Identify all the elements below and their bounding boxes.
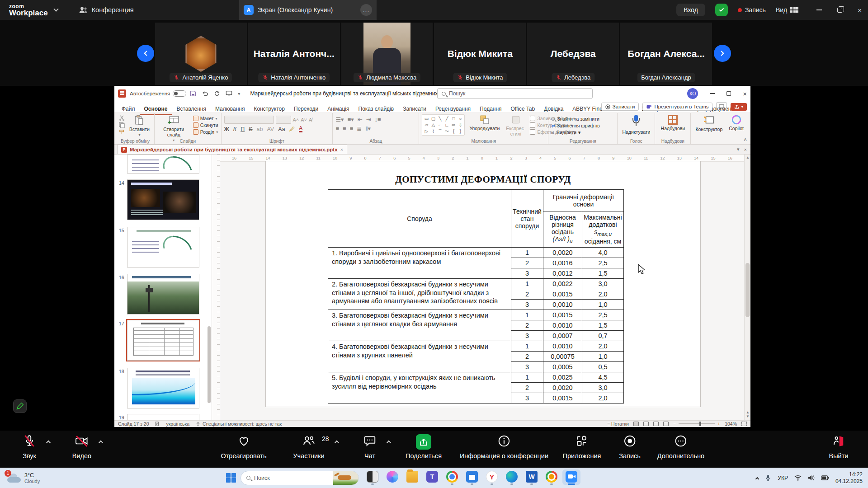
view-button[interactable]: Вид [776, 6, 798, 14]
toolbar-leave-button[interactable]: Выйти [829, 434, 849, 460]
ppt-maximize-button[interactable] [726, 91, 731, 96]
toolbar-record-button[interactable]: Запись [619, 434, 641, 460]
taskbar-app-zoom[interactable] [562, 469, 580, 485]
grow-font-button[interactable]: A˄ [293, 117, 299, 122]
taskbar-search[interactable]: Поиск [241, 471, 359, 485]
taskbar-app-notepad[interactable] [363, 471, 382, 485]
char-spacing-button[interactable]: AV [267, 126, 274, 132]
language-indicator[interactable]: українська [166, 421, 189, 427]
ppt-close-button[interactable]: × [743, 90, 747, 98]
indent-decrease-button[interactable]: ⇤ [358, 116, 363, 123]
reading-view-button[interactable] [653, 422, 659, 426]
hidden-icons-chevron[interactable] [755, 477, 759, 480]
chevron-up-icon[interactable] [387, 438, 391, 446]
chevron-up-icon[interactable] [47, 438, 50, 446]
chevron-up-icon[interactable] [99, 438, 103, 446]
font-name-select[interactable] [224, 116, 274, 124]
toolbar-chat-button[interactable]: Чат [363, 434, 377, 460]
find-replace-button[interactable]: Знайти та замінити [551, 116, 599, 122]
slideshow-icon[interactable] [226, 90, 232, 97]
slide-thumbnail-15[interactable]: 15 [114, 227, 205, 267]
participant-tile[interactable]: Людмила Макєєва [341, 23, 433, 85]
tabbar-close-icon[interactable]: × [744, 147, 747, 152]
taskbar-app-store[interactable] [463, 471, 481, 485]
tab-meeting[interactable]: Конференция [79, 6, 134, 14]
toolbar-mic-off-button[interactable]: Звук [23, 434, 36, 460]
tab-more-button[interactable]: ... [360, 4, 372, 16]
designer-button[interactable]: Конструктор [693, 114, 724, 132]
toolbar-heart-button[interactable]: Отреагировать [221, 434, 266, 460]
cut-icon[interactable] [119, 115, 125, 121]
strip-next-button[interactable] [714, 45, 731, 62]
shrink-font-button[interactable]: A˅ [301, 117, 307, 122]
slide-thumbnail-16[interactable]: 16 [114, 274, 205, 314]
dictate-button[interactable]: Надиктувати [620, 114, 652, 135]
notes-button[interactable]: ≡Нотатки [607, 421, 629, 427]
annotation-tool-button[interactable] [13, 399, 27, 413]
arrange-button[interactable]: Упорядкувати [467, 114, 501, 131]
recording-indicator[interactable]: Запись [738, 6, 766, 14]
toolbar-info-button[interactable]: Информация о конференции [460, 434, 548, 460]
taskbar-app-teams[interactable] [423, 471, 441, 485]
weather-widget[interactable]: 1 3°C Cloudy [7, 472, 40, 484]
zoom-slider[interactable]: −+ [673, 421, 720, 427]
taskbar-app-yandex[interactable] [483, 471, 501, 485]
redo-icon[interactable] [214, 90, 220, 97]
toolbar-more-button[interactable]: Дополнительно [657, 434, 704, 460]
addins-button[interactable]: Надбудови [659, 114, 687, 131]
case-button[interactable]: Аа [278, 126, 285, 132]
participant-tile[interactable]: ЛебедэваЛебедэва [527, 23, 619, 85]
slide-thumbnail-18[interactable]: 18 [114, 368, 205, 408]
strikethrough-button[interactable]: S [249, 126, 252, 132]
taskbar-app-chrome[interactable] [443, 471, 461, 485]
zoom-percentage[interactable]: 104% [725, 421, 737, 427]
shadow-button[interactable]: ab [257, 126, 263, 132]
start-button[interactable] [226, 473, 236, 483]
share-button[interactable]: ▾ [731, 103, 747, 111]
participant-tile[interactable]: Богдан Алекса...Богдан Александр [620, 23, 712, 85]
layout-button[interactable]: Макет▾ [193, 116, 218, 121]
highlight-button[interactable]: 🖉 [289, 126, 295, 132]
tab-list-dropdown-icon[interactable]: ▾ [737, 146, 740, 152]
user-avatar[interactable]: КО [687, 88, 698, 99]
thumbnails-scrollbar[interactable] [208, 155, 211, 420]
quick-styles-button[interactable]: Експрес-стилі [504, 114, 527, 137]
accessibility-status[interactable]: Спеціальні можливості: щось не так [196, 421, 282, 427]
wifi-icon[interactable] [794, 475, 802, 481]
align-right-button[interactable]: ≡ [350, 125, 354, 132]
justify-button[interactable]: ≣ [357, 125, 362, 132]
participant-tile[interactable]: Наталія Антонч...Наталія Антонченко [248, 23, 340, 85]
present-in-teams-button[interactable]: Презентувати в Teams [642, 103, 712, 111]
columns-button[interactable]: ‖▾ [365, 125, 371, 132]
toolbar-apps-button[interactable]: Приложения [563, 434, 601, 460]
previous-slide-button[interactable]: ▲ [746, 410, 750, 414]
signin-button[interactable]: Вход [676, 4, 705, 16]
taskbar-app-word[interactable] [523, 471, 541, 485]
comments-button[interactable] [716, 102, 727, 111]
undo-icon[interactable] [202, 90, 208, 97]
chevron-down-icon[interactable] [53, 6, 58, 11]
indent-increase-button[interactable]: ⇥ [366, 116, 371, 123]
toolbar-participants-button[interactable]: 28Участники [293, 434, 324, 460]
line-spacing-button[interactable]: ↕≡ [375, 116, 381, 123]
replace-fonts-button[interactable]: ⇄Замінення шрифтів [551, 123, 599, 128]
slide-scrollbar[interactable]: ▲ ▲▼ [744, 155, 750, 420]
taskbar-app-folder[interactable] [403, 471, 421, 485]
slide-sorter-view-button[interactable] [643, 422, 649, 426]
toolbar-share-screen-button[interactable]: Поделиться [406, 434, 442, 460]
slideshow-view-button[interactable] [663, 422, 669, 426]
participant-tile[interactable]: Анатолій Яценко [155, 23, 247, 85]
slide-thumbnail-14[interactable]: 14 [114, 179, 205, 220]
copilot-button[interactable]: Copilot [727, 114, 745, 131]
chevron-up-icon[interactable] [335, 438, 339, 446]
qat-customize-icon[interactable]: ▾ [238, 91, 240, 96]
numbering-button[interactable]: ≡▾ [348, 116, 354, 123]
tray-mic-icon[interactable] [765, 474, 771, 482]
minimize-button[interactable] [816, 9, 822, 10]
font-color-button[interactable]: А [299, 126, 302, 132]
format-painter-icon[interactable] [119, 129, 125, 135]
tab-screen-share[interactable]: A Экран (Олександр Кучин) ... [239, 0, 377, 20]
restore-button[interactable] [837, 8, 842, 13]
strip-previous-button[interactable] [137, 45, 154, 62]
ppt-search-box[interactable]: Пошук [437, 88, 593, 99]
